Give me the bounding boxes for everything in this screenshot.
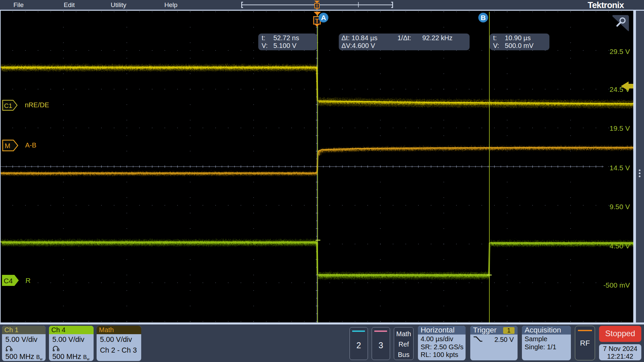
svg-text:C4: C4 — [4, 277, 13, 285]
svg-text:T: T — [316, 4, 318, 8]
svg-text:C1: C1 — [4, 102, 12, 109]
svg-text:M: M — [5, 142, 10, 149]
